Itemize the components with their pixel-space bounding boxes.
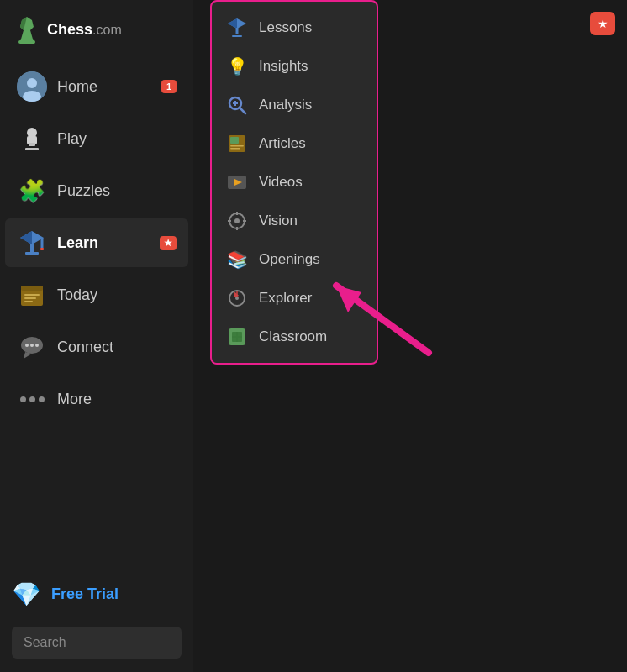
explorer-icon — [225, 286, 249, 310]
svg-rect-35 — [230, 137, 239, 144]
free-trial-icon: 💎 — [12, 580, 41, 608]
connect-icon — [17, 332, 47, 362]
today-icon — [17, 280, 47, 310]
svg-point-4 — [27, 78, 37, 88]
svg-rect-37 — [230, 148, 240, 150]
learn-icon — [17, 228, 47, 258]
svg-rect-2 — [18, 40, 35, 44]
dropdown-item-insights[interactable]: 💡 Insights — [212, 47, 377, 86]
svg-rect-13 — [25, 252, 39, 255]
svg-point-24 — [30, 344, 34, 347]
nav-items: Home 1 Play 🧩 Puzzles — [0, 57, 193, 570]
svg-point-49 — [235, 297, 239, 300]
home-badge: 1 — [161, 80, 177, 93]
sidebar-item-connect[interactable]: Connect — [5, 323, 188, 371]
search-input[interactable] — [12, 627, 182, 659]
articles-icon — [225, 132, 249, 155]
dropdown-item-lessons[interactable]: Lessons — [212, 8, 377, 47]
lessons-icon — [225, 16, 249, 39]
svg-line-31 — [240, 108, 245, 113]
explorer-label: Explorer — [259, 290, 312, 307]
analysis-icon — [225, 93, 249, 117]
logo-area[interactable]: Chess.com — [0, 0, 193, 57]
sidebar-item-home-label: Home — [57, 78, 97, 96]
dropdown-item-openings[interactable]: 📚 Openings — [212, 240, 377, 279]
svg-rect-18 — [24, 294, 40, 296]
dropdown-item-explorer[interactable]: Explorer — [212, 279, 377, 318]
openings-label: Openings — [259, 251, 320, 268]
classroom-label: Classroom — [259, 328, 327, 345]
dropdown-item-classroom[interactable]: Classroom — [212, 318, 377, 356]
sidebar: Chess.com Home 1 — [0, 0, 193, 672]
top-right-star-badge[interactable]: ★ — [590, 12, 615, 35]
videos-label: Videos — [259, 174, 303, 191]
dropdown-item-articles[interactable]: Articles — [212, 124, 377, 163]
svg-rect-20 — [24, 301, 33, 302]
logo-text: Chess.com — [47, 18, 122, 39]
dropdown-item-analysis[interactable]: Analysis — [212, 86, 377, 124]
main-content: ★ Lessons 💡 Insights — [193, 0, 627, 672]
sidebar-item-learn[interactable]: Learn ★ — [5, 218, 188, 267]
insights-label: Insights — [259, 58, 308, 75]
sidebar-item-more[interactable]: More — [5, 375, 188, 423]
openings-icon: 📚 — [225, 248, 249, 271]
sidebar-item-more-label: More — [57, 391, 92, 408]
svg-rect-15 — [40, 248, 44, 250]
svg-point-23 — [25, 344, 29, 347]
dropdown-item-vision[interactable]: Vision — [212, 202, 377, 240]
classroom-icon — [225, 325, 249, 349]
analysis-label: Analysis — [259, 97, 312, 113]
sidebar-item-learn-label: Learn — [57, 234, 98, 252]
svg-rect-12 — [30, 244, 34, 252]
sidebar-item-puzzles[interactable]: 🧩 Puzzles — [5, 166, 188, 215]
learn-dropdown: Lessons 💡 Insights Analysis — [210, 0, 378, 365]
learn-badge: ★ — [160, 236, 177, 250]
svg-rect-9 — [25, 148, 39, 150]
lessons-label: Lessons — [259, 19, 312, 36]
svg-rect-17 — [21, 286, 43, 291]
logo-icon — [12, 13, 42, 44]
sidebar-item-play-label: Play — [57, 130, 87, 148]
vision-label: Vision — [259, 213, 298, 229]
sidebar-item-today-label: Today — [57, 286, 97, 304]
sidebar-item-connect-label: Connect — [57, 339, 113, 356]
search-area — [0, 618, 193, 672]
svg-rect-28 — [236, 28, 239, 34]
sidebar-item-puzzles-label: Puzzles — [57, 182, 110, 200]
svg-marker-27 — [228, 18, 237, 29]
play-icon — [17, 123, 47, 154]
svg-marker-11 — [20, 231, 32, 244]
articles-label: Articles — [259, 135, 306, 152]
puzzles-icon: 🧩 — [17, 176, 47, 206]
sidebar-item-play[interactable]: Play — [5, 114, 188, 163]
svg-point-25 — [35, 344, 39, 347]
sidebar-item-today[interactable]: Today — [5, 270, 188, 319]
home-avatar — [17, 71, 47, 102]
svg-rect-36 — [230, 145, 244, 147]
svg-rect-19 — [24, 297, 36, 299]
videos-icon — [225, 171, 249, 194]
more-icon — [17, 384, 47, 414]
vision-icon — [225, 209, 249, 233]
free-trial-area[interactable]: 💎 Free Trial — [0, 570, 193, 618]
free-trial-label: Free Trial — [51, 585, 119, 603]
insights-icon: 💡 — [225, 55, 249, 78]
svg-rect-8 — [29, 143, 35, 146]
sidebar-item-home[interactable]: Home 1 — [5, 62, 188, 111]
dropdown-item-videos[interactable]: Videos — [212, 163, 377, 202]
svg-point-41 — [234, 218, 240, 223]
svg-rect-29 — [232, 35, 242, 37]
